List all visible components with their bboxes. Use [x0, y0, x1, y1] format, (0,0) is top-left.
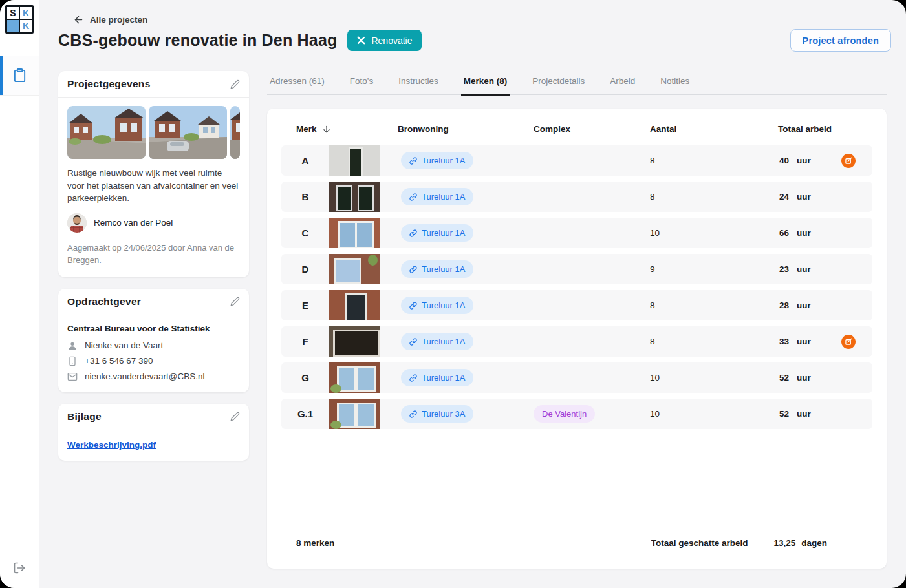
table-row[interactable]: E Tureluur 1A 8 28 uur — [281, 290, 872, 320]
back-label: Alle projecten — [90, 15, 147, 25]
bronwoning-link[interactable]: Tureluur 1A — [401, 152, 473, 169]
project-card-title: Projectgegevens — [67, 78, 151, 90]
avatar — [67, 213, 87, 233]
column-complex: Complex — [521, 124, 650, 134]
merk-letter: G — [281, 372, 329, 383]
contact-email-row: nienke.vanderdevaart@CBS.nl — [67, 372, 240, 382]
table-row[interactable]: A Tureluur 1A 8 40 uur — [281, 145, 872, 176]
aantal-value: 10 — [650, 228, 760, 238]
badge-label: Renovatie — [371, 36, 412, 46]
project-photo-strip — [67, 106, 240, 159]
total-estimate-label: Totaal geschatte arbeid — [651, 538, 748, 548]
active-indicator — [0, 56, 3, 95]
finish-project-button[interactable]: Project afronden — [790, 29, 891, 52]
bronwoning-link[interactable]: Tureluur 1A — [401, 333, 473, 350]
logo-letter-k-bottom: K — [20, 20, 32, 32]
totaal-unit: uur — [789, 373, 825, 383]
aantal-value: 8 — [650, 337, 760, 346]
sort-arrow-down-icon — [322, 125, 331, 134]
owner-row: Remco van der Poel — [67, 213, 240, 233]
attachment-card-title: Bijlage — [67, 411, 102, 423]
logout-button[interactable] — [0, 557, 39, 579]
attachment-file-link[interactable]: Werkbeschrijving.pdf — [67, 440, 156, 450]
column-totaal-arbeid: Totaal arbeid — [760, 124, 872, 134]
totaal-value: 28 — [760, 300, 789, 310]
column-merk[interactable]: Merk — [281, 124, 329, 134]
client-card-title: Opdrachtgever — [67, 296, 141, 308]
note-icon[interactable] — [841, 335, 856, 349]
link-icon — [409, 157, 417, 165]
merk-thumbnail — [329, 254, 380, 284]
tools-icon — [356, 36, 366, 45]
bronwoning-link[interactable]: Tureluur 1A — [401, 224, 473, 242]
link-icon — [409, 266, 417, 273]
tab-instructies[interactable]: Instructies — [396, 76, 441, 94]
link-icon — [409, 410, 417, 418]
bronwoning-link[interactable]: Tureluur 1A — [401, 369, 473, 386]
table-row[interactable]: D Tureluur 1A 9 23 uur — [281, 254, 872, 284]
totaal-unit: uur — [789, 264, 825, 274]
contact-name-row: Nienke van de Vaart — [67, 341, 240, 351]
edit-pencil-icon[interactable] — [230, 79, 240, 89]
table-row[interactable]: F Tureluur 1A 8 33 uur — [281, 326, 872, 357]
contact-phone-row: +31 6 546 67 390 — [67, 356, 240, 366]
tab-notities[interactable]: Notities — [658, 76, 692, 94]
bronwoning-link[interactable]: Tureluur 1A — [401, 188, 473, 205]
merk-thumbnail — [329, 326, 380, 357]
street-photo[interactable] — [67, 106, 146, 159]
attachment-card-body: Werkbeschrijving.pdf — [58, 430, 249, 461]
note-icon[interactable] — [841, 154, 856, 168]
bronwoning-link[interactable]: Tureluur 3A — [401, 405, 473, 423]
complex-badge: De Valentijn — [534, 405, 595, 423]
logo-letter-k-top: K — [20, 7, 32, 19]
merk-letter: C — [281, 227, 329, 238]
column-merk-label: Merk — [296, 124, 317, 134]
left-column: Projectgegevens Rustige ni — [58, 71, 249, 472]
app-window: S K K Alle projecten CBS-gebouw renovati… — [0, 0, 906, 588]
bronwoning-label: Tureluur 1A — [422, 373, 465, 383]
totaal-value: 23 — [760, 264, 789, 274]
link-icon — [409, 229, 417, 237]
total-estimate-value: 13,25 — [773, 538, 795, 548]
bronwoning-link[interactable]: Tureluur 1A — [401, 260, 473, 278]
edit-pencil-icon[interactable] — [230, 297, 240, 306]
merk-thumbnail — [329, 399, 380, 429]
street-photo[interactable] — [149, 106, 227, 159]
aantal-value: 8 — [650, 156, 760, 165]
merken-panel: Merk Bronwoning Complex Aantal Totaal ar… — [267, 109, 887, 569]
tab-adressen[interactable]: Adressen (61) — [267, 76, 327, 94]
link-icon — [409, 193, 417, 201]
totaal-value: 52 — [760, 373, 789, 383]
attachment-card-header: Bijlage — [58, 404, 249, 430]
street-photo[interactable] — [230, 106, 240, 159]
table-row[interactable]: C Tureluur 1A 10 66 uur — [281, 218, 872, 248]
skk-logo: S K K — [5, 5, 34, 34]
aantal-value: 10 — [650, 409, 760, 419]
back-link[interactable]: Alle projecten — [73, 14, 147, 25]
totaal-unit: uur — [789, 228, 825, 238]
tab-projectdetails[interactable]: Projectdetails — [530, 76, 587, 94]
aantal-value: 8 — [650, 192, 760, 202]
client-card-body: Centraal Bureau voor de Statistiek Nienk… — [58, 315, 249, 392]
totaal-value: 52 — [760, 409, 789, 419]
mail-icon — [67, 372, 78, 382]
column-bronwoning: Bronwoning — [380, 124, 521, 134]
logo-letter-s: S — [7, 7, 19, 19]
tab-arbeid[interactable]: Arbeid — [607, 76, 638, 94]
tab-merken[interactable]: Merken (8) — [461, 76, 510, 96]
table-row[interactable]: B Tureluur 1A 8 24 uur — [281, 182, 872, 212]
bronwoning-label: Tureluur 1A — [422, 156, 465, 165]
sidebar-item-projects[interactable] — [0, 56, 39, 96]
totaal-value: 40 — [760, 156, 789, 165]
contact-phone: +31 6 546 67 390 — [85, 356, 153, 366]
bronwoning-link[interactable]: Tureluur 1A — [401, 297, 473, 314]
tab-fotos[interactable]: Foto's — [347, 76, 376, 94]
table-row[interactable]: G Tureluur 1A 10 52 uur — [281, 362, 872, 393]
edit-pencil-icon[interactable] — [230, 412, 240, 421]
merk-letter: F — [281, 336, 329, 347]
merk-thumbnail — [329, 362, 380, 393]
table-row[interactable]: G.1 Tureluur 3A De Valentijn 10 52 uur — [281, 399, 872, 429]
bronwoning-label: Tureluur 3A — [422, 409, 465, 419]
client-card-header: Opdrachtgever — [58, 289, 249, 315]
column-aantal: Aantal — [650, 124, 760, 134]
